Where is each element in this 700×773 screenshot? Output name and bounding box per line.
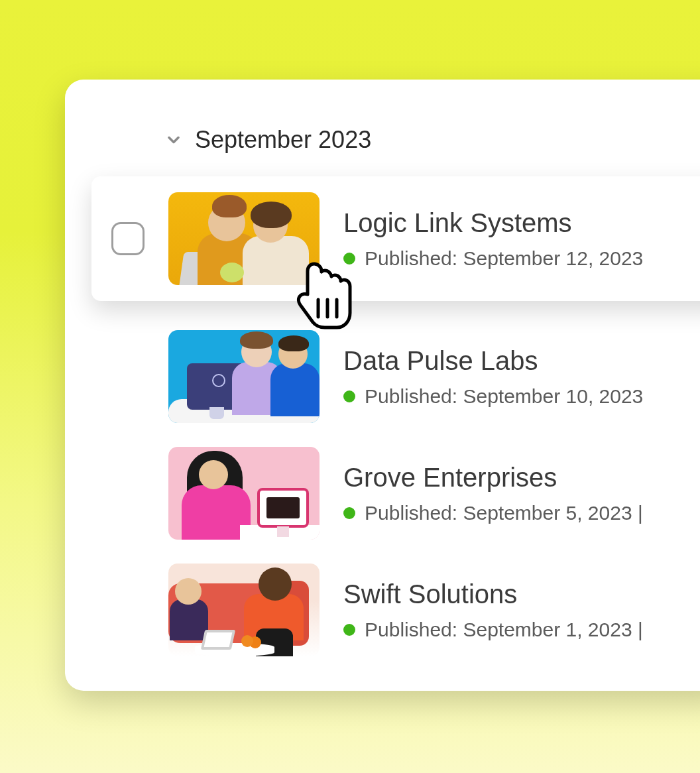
select-checkbox[interactable] bbox=[111, 222, 145, 255]
status-text: Published: September 5, 2023 | bbox=[365, 502, 643, 524]
status-text: Published: September 10, 2023 bbox=[365, 385, 643, 408]
list-item[interactable]: Swift Solutions Published: September 1, … bbox=[91, 552, 700, 668]
item-status: Published: September 1, 2023 | bbox=[343, 619, 643, 641]
item-info: Data Pulse Labs Published: September 10,… bbox=[343, 346, 643, 408]
thumbnail[interactable] bbox=[168, 330, 320, 423]
status-dot-icon bbox=[343, 390, 355, 402]
content-panel: September 2023 Logic Link Systems Publis… bbox=[65, 80, 700, 691]
group-header[interactable]: September 2023 bbox=[65, 80, 700, 180]
status-dot-icon bbox=[343, 253, 355, 265]
item-info: Swift Solutions Published: September 1, … bbox=[343, 579, 643, 641]
list-item[interactable]: Logic Link Systems Published: September … bbox=[91, 176, 700, 301]
group-title: September 2023 bbox=[195, 126, 371, 154]
item-title: Swift Solutions bbox=[343, 579, 643, 609]
item-title: Data Pulse Labs bbox=[343, 346, 643, 376]
item-list: Logic Link Systems Published: September … bbox=[65, 176, 700, 668]
status-dot-icon bbox=[343, 507, 355, 519]
chevron-down-icon bbox=[164, 131, 183, 149]
status-text: Published: September 1, 2023 | bbox=[365, 619, 643, 641]
item-status: Published: September 10, 2023 bbox=[343, 385, 643, 408]
item-title: Grove Enterprises bbox=[343, 463, 643, 493]
status-dot-icon bbox=[343, 624, 355, 636]
status-text: Published: September 12, 2023 bbox=[365, 247, 643, 270]
thumbnail[interactable] bbox=[168, 564, 320, 656]
item-title: Logic Link Systems bbox=[343, 208, 643, 238]
item-info: Logic Link Systems Published: September … bbox=[343, 208, 643, 270]
thumbnail[interactable] bbox=[168, 447, 320, 540]
item-status: Published: September 12, 2023 bbox=[343, 247, 643, 270]
item-status: Published: September 5, 2023 | bbox=[343, 502, 643, 524]
list-item[interactable]: Data Pulse Labs Published: September 10,… bbox=[91, 318, 700, 435]
item-info: Grove Enterprises Published: September 5… bbox=[343, 463, 643, 524]
list-item[interactable]: Grove Enterprises Published: September 5… bbox=[91, 435, 700, 552]
thumbnail[interactable] bbox=[168, 192, 320, 285]
